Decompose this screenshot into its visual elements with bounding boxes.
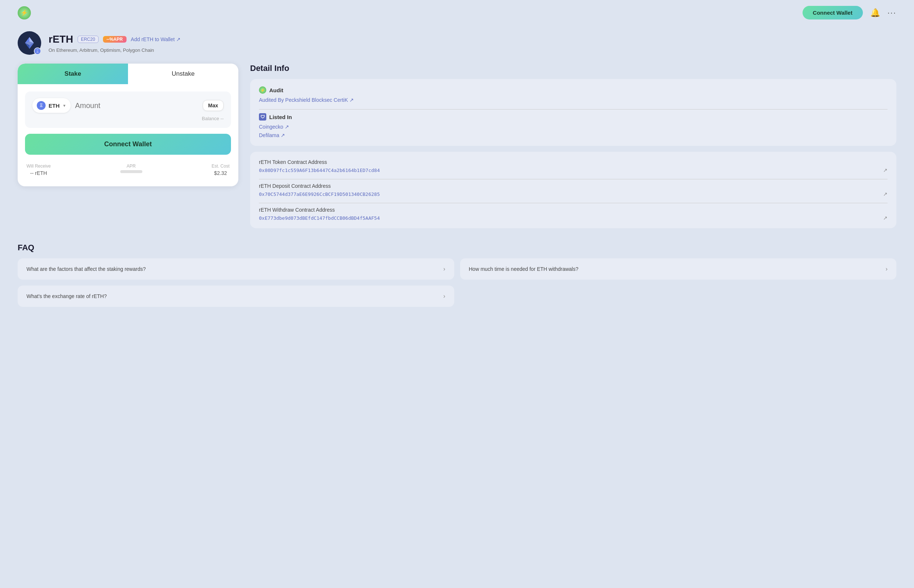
est-cost-stat: Est. Cost $2.32 — [211, 163, 230, 176]
contract-address-row-2: 0xE773dbe9d073dBEfdC147fbdCCB06dBD4f5AAF… — [259, 215, 888, 221]
stats-row: Will Receive -- rETH APR Est. Cost $2.32 — [25, 161, 231, 179]
token-info: rETH ERC20 --%APR Add rETH to Wallet ↗ O… — [49, 34, 181, 53]
listed-icon: 🛡 — [259, 113, 266, 121]
left-panel: Stake Unstake Ξ ETH ▼ Max — [18, 64, 238, 186]
token-name-row: rETH ERC20 --%APR Add rETH to Wallet ↗ — [49, 34, 181, 45]
divider — [259, 109, 888, 110]
listed-links: Coingecko ↗ Defilama ↗ — [259, 123, 888, 139]
main-content: Stake Unstake Ξ ETH ▼ Max — [0, 64, 914, 243]
external-link-small-icon: ↗ — [349, 97, 354, 103]
audit-icon: ⚡ — [259, 86, 266, 94]
token-chain-badge: Ξ — [34, 47, 41, 55]
defilama-external-icon: ↗ — [280, 132, 285, 138]
amount-box: Ξ ETH ▼ Max Balance -- — [25, 92, 231, 128]
apr-stat: APR — [120, 163, 143, 176]
header-left: ⚡ — [18, 6, 31, 19]
will-receive-label: Will Receive — [26, 163, 51, 169]
contract-link-icon-2[interactable]: ↗ — [883, 215, 888, 221]
listed-section-title: 🛡 Listed In — [259, 113, 888, 121]
faq-item-0[interactable]: What are the factors that affect the sta… — [18, 258, 454, 279]
apr-tag: --%APR — [103, 36, 126, 43]
add-to-wallet-link[interactable]: Add rETH to Wallet ↗ — [131, 36, 181, 42]
bell-icon[interactable]: 🔔 — [870, 8, 880, 18]
divider-2 — [259, 203, 888, 203]
stake-tab[interactable]: Stake — [18, 64, 128, 84]
amount-row: Ξ ETH ▼ Max — [32, 98, 224, 113]
detail-info-title: Detail Info — [250, 64, 896, 73]
faq-chevron-2: › — [443, 293, 445, 299]
header-right: Connect Wallet 🔔 ··· — [802, 6, 896, 19]
contract-item-0: rETH Token Contract Address 0x80D97fc1c5… — [259, 159, 888, 173]
token-header: Ξ rETH ERC20 --%APR Add rETH to Wallet ↗… — [0, 25, 914, 64]
coingecko-external-icon: ↗ — [285, 124, 289, 130]
amount-input[interactable] — [75, 102, 198, 110]
contract-address-2[interactable]: 0xE773dbe9d073dBEfdC147fbdCCB06dBD4f5AAF… — [259, 215, 380, 221]
balance-row: Balance -- — [32, 116, 224, 121]
token-logo: Ξ — [18, 31, 41, 55]
token-name: rETH — [49, 34, 73, 45]
faq-question-1: How much time is needed for ETH withdraw… — [469, 266, 579, 272]
faq-chevron-1: › — [886, 266, 888, 272]
contract-label-2: rETH Withdraw Contract Address — [259, 207, 888, 213]
coingecko-link[interactable]: Coingecko ↗ — [259, 124, 289, 130]
balance-text: Balance -- — [202, 116, 224, 121]
contract-addresses-card: rETH Token Contract Address 0x80D97fc1c5… — [250, 152, 896, 228]
more-menu-icon[interactable]: ··· — [888, 8, 896, 18]
max-button[interactable]: Max — [203, 100, 224, 111]
chevron-down-icon: ▼ — [63, 103, 66, 108]
right-panel: Detail Info ⚡ Audit Audited By Peckshiel… — [250, 64, 896, 228]
contract-label-1: rETH Deposit Contract Address — [259, 183, 888, 189]
eth-selector[interactable]: Ξ ETH ▼ — [32, 98, 71, 113]
contract-link-icon-0[interactable]: ↗ — [883, 167, 888, 173]
token-subtitle: On Ethereum, Arbitrum, Optimism, Polygon… — [49, 47, 181, 53]
unstake-tab[interactable]: Unstake — [128, 64, 238, 84]
eth-label: ETH — [49, 103, 60, 109]
contract-address-row-1: 0x70C5744d377aE6E9926CcBCF19D501340CB262… — [259, 191, 888, 197]
faq-item-1[interactable]: How much time is needed for ETH withdraw… — [460, 258, 897, 279]
audit-card: ⚡ Audit Audited By Peckshield Blocksec C… — [250, 79, 896, 146]
contract-item-2: rETH Withdraw Contract Address 0xE773dbe… — [259, 207, 888, 221]
faq-chevron-0: › — [443, 266, 445, 272]
connect-wallet-main-button[interactable]: Connect Wallet — [25, 134, 231, 155]
defilama-link[interactable]: Defilama ↗ — [259, 132, 285, 138]
faq-question-0: What are the factors that affect the sta… — [26, 266, 146, 272]
contract-link-icon-1[interactable]: ↗ — [883, 191, 888, 197]
external-link-icon: ↗ — [176, 36, 181, 42]
audit-section: ⚡ Audit Audited By Peckshield Blocksec C… — [259, 86, 888, 103]
audit-section-title: ⚡ Audit — [259, 86, 888, 94]
faq-section: FAQ What are the factors that affect the… — [0, 243, 914, 321]
stake-card: Stake Unstake Ξ ETH ▼ Max — [18, 64, 238, 186]
stake-body: Ξ ETH ▼ Max Balance -- Connect Wallet — [18, 84, 238, 186]
contract-item-1: rETH Deposit Contract Address 0x70C5744d… — [259, 183, 888, 197]
contract-address-row-0: 0x80D97fc1c559A6F13b6447C4a2b6164b1ED7cd… — [259, 167, 888, 173]
header: ⚡ Connect Wallet 🔔 ··· — [0, 0, 914, 25]
apr-bar — [120, 170, 143, 173]
divider-1 — [259, 179, 888, 179]
will-receive-stat: Will Receive -- rETH — [26, 163, 51, 176]
connect-wallet-header-button[interactable]: Connect Wallet — [802, 6, 863, 19]
apr-label: APR — [126, 163, 136, 169]
contract-address-0[interactable]: 0x80D97fc1c559A6F13b6447C4a2b6164b1ED7cd… — [259, 168, 380, 173]
listed-section: 🛡 Listed In Coingecko ↗ Defilama ↗ — [259, 113, 888, 139]
contract-label-0: rETH Token Contract Address — [259, 159, 888, 165]
audit-link[interactable]: Audited By Peckshield Blocksec CertiK ↗ — [259, 97, 354, 103]
logo-icon: ⚡ — [18, 6, 31, 19]
faq-item-2[interactable]: What's the exchange rate of rETH? › — [18, 286, 454, 307]
faq-title: FAQ — [18, 243, 896, 252]
eth-icon: Ξ — [37, 101, 45, 110]
will-receive-value: -- rETH — [30, 170, 47, 176]
contract-address-1[interactable]: 0x70C5744d377aE6E9926CcBCF19D501340CB262… — [259, 191, 380, 197]
faq-question-2: What's the exchange rate of rETH? — [26, 293, 107, 299]
faq-grid: What are the factors that affect the sta… — [18, 258, 896, 307]
est-cost-value: $2.32 — [214, 170, 227, 176]
est-cost-label: Est. Cost — [211, 163, 230, 169]
erc20-tag: ERC20 — [78, 36, 99, 43]
tabs-row: Stake Unstake — [18, 64, 238, 84]
